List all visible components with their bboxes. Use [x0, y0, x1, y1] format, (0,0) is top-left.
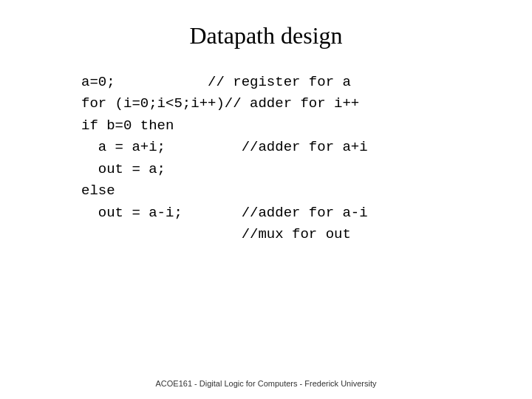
footer: ACOE161 - Digital Logic for Computers - …: [0, 379, 532, 388]
code-line-5: out = a;: [81, 159, 495, 180]
code-line-3: if b=0 then: [81, 115, 495, 137]
code-block: a=0; // register for a for (i=0;i<5;i++)…: [37, 72, 495, 246]
code-text: out = a;: [81, 159, 166, 180]
slide-title: Datapath design: [189, 22, 342, 50]
code-line-1: a=0; // register for a: [81, 72, 495, 93]
slide-container: Datapath design a=0; // register for a f…: [0, 0, 532, 399]
code-line-2: for (i=0;i<5;i++)// adder for i++: [81, 93, 495, 115]
code-line-4: a = a+i; //adder for a+i: [81, 137, 495, 158]
code-line-6: else: [81, 180, 495, 202]
code-line-8: //mux for out: [81, 224, 495, 245]
code-text: for (i=0;i<5;i++)// adder for i++: [81, 93, 359, 115]
code-text: a = a+i; //adder for a+i: [81, 137, 368, 158]
code-text: a=0; // register for a: [81, 72, 351, 93]
code-text: else: [81, 180, 115, 202]
code-text: //mux for out: [81, 224, 351, 245]
code-line-7: out = a-i; //adder for a-i: [81, 202, 495, 224]
code-text: if b=0 then: [81, 115, 174, 137]
code-text: out = a-i; //adder for a-i: [81, 202, 368, 224]
